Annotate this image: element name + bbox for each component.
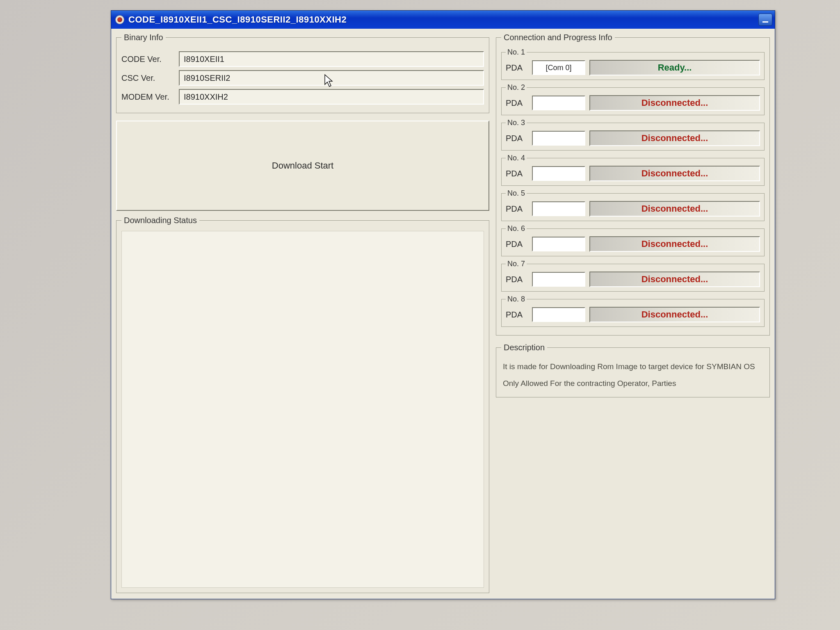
com-port-field[interactable]: [Com 0] [532,60,585,75]
slot-status-field: Disconnected... [589,236,760,252]
binary-info-group: Binary Info CODE Ver. I8910XEII1 CSC Ver… [116,33,489,113]
slot-number-label: No. 8 [506,295,527,304]
slot-status-field: Disconnected... [589,95,760,111]
com-port-field[interactable] [532,96,585,110]
slot-number-label: No. 5 [506,189,527,198]
modem-ver-field[interactable]: I8910XXIH2 [179,89,484,105]
com-port-field[interactable] [532,166,585,181]
connection-slot-4: No. 4PDADisconnected... [501,154,765,186]
pda-label: PDA [506,169,528,178]
connection-slot-5: No. 5PDADisconnected... [501,189,765,221]
com-port-field[interactable] [532,131,585,146]
connection-slot-3: No. 3PDADisconnected... [501,119,765,151]
app-icon [115,15,124,24]
slot-status-field: Disconnected... [589,130,760,146]
slot-status-field: Disconnected... [589,166,760,181]
description-legend: Description [501,343,547,352]
binary-info-legend: Binary Info [121,33,166,42]
slot-status-field: Disconnected... [589,307,760,322]
pda-label: PDA [506,275,528,284]
slot-status-field: Ready... [589,60,760,75]
downloading-status-legend: Downloading Status [121,216,199,225]
connection-progress-legend: Connection and Progress Info [501,33,615,42]
pda-label: PDA [506,98,528,108]
app-window: CODE_I8910XEII1_CSC_I8910SERII2_I8910XXI… [111,10,775,599]
slot-number-label: No. 1 [506,48,527,57]
csc-ver-field[interactable]: I8910SERII2 [179,70,484,86]
slot-status-field: Disconnected... [589,272,760,287]
com-port-field[interactable] [532,307,585,322]
slot-number-label: No. 6 [506,224,527,233]
pda-label: PDA [506,204,528,214]
com-port-field[interactable] [532,237,585,251]
connection-slot-7: No. 7PDADisconnected... [501,260,765,292]
pda-label: PDA [506,240,528,249]
connection-slot-1: No. 1PDA[Com 0]Ready... [501,48,765,80]
window-titlebar[interactable]: CODE_I8910XEII1_CSC_I8910SERII2_I8910XXI… [111,11,775,29]
description-line2: Only Allowed For the contracting Operato… [501,375,765,392]
downloading-status-area [121,231,484,588]
slot-number-label: No. 7 [506,260,527,268]
code-ver-label: CODE Ver. [121,55,179,64]
description-group: Description It is made for Downloading R… [496,343,770,397]
slot-number-label: No. 4 [506,154,527,162]
connection-slot-2: No. 2PDADisconnected... [501,83,765,115]
com-port-field[interactable] [532,201,585,216]
slot-number-label: No. 2 [506,83,527,92]
slot-status-field: Disconnected... [589,201,760,217]
download-start-button[interactable]: Download Start [116,121,489,211]
csc-ver-label: CSC Ver. [121,73,179,83]
downloading-status-group: Downloading Status [116,216,489,593]
pda-label: PDA [506,63,528,73]
slot-number-label: No. 3 [506,119,527,127]
description-line1: It is made for Downloading Rom Image to … [501,358,765,375]
pda-label: PDA [506,134,528,143]
code-ver-field[interactable]: I8910XEII1 [179,51,484,67]
connection-slot-8: No. 8PDADisconnected... [501,295,765,327]
connection-progress-group: Connection and Progress Info No. 1PDA[Co… [496,33,770,336]
modem-ver-label: MODEM Ver. [121,92,179,102]
connection-slot-6: No. 6PDADisconnected... [501,224,765,256]
com-port-field[interactable] [532,272,585,287]
pda-label: PDA [506,310,528,320]
minimize-button[interactable] [758,14,772,26]
window-title: CODE_I8910XEII1_CSC_I8910SERII2_I8910XXI… [128,14,758,25]
